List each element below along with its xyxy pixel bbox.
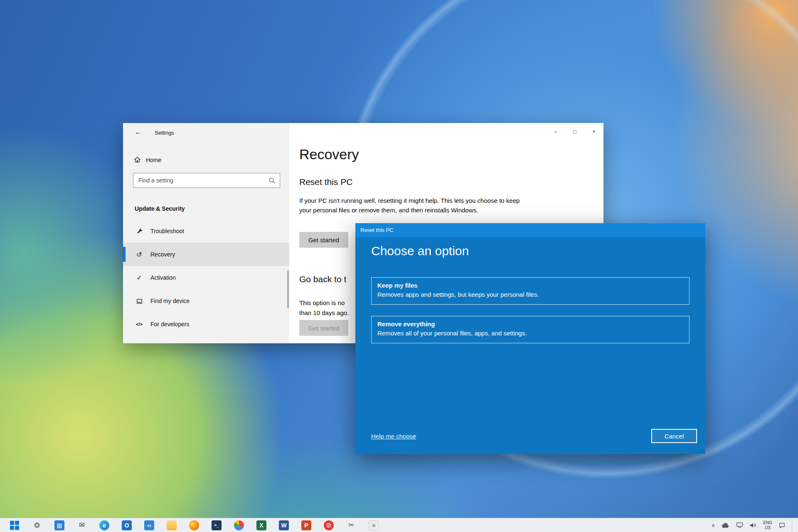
page-title: Recovery <box>299 146 359 163</box>
taskbar-icon-notepad[interactable]: ≡ <box>362 518 385 532</box>
dialog-heading: Choose an option <box>371 244 705 258</box>
recovery-icon: ↺ <box>135 251 144 259</box>
wrench-icon <box>135 228 144 235</box>
taskbar-icon-photos[interactable]: ▨ <box>48 518 71 532</box>
sidebar-item-label: Recovery <box>150 251 175 258</box>
sidebar-item-activation[interactable]: ✓ Activation <box>123 266 289 289</box>
file-explorer-icon <box>167 520 177 530</box>
powerpoint-icon: P <box>301 520 311 530</box>
word-icon: W <box>279 520 289 530</box>
taskbar-icon-settings[interactable]: ⚙ <box>26 518 48 532</box>
reset-this-pc-heading: Reset this PC <box>299 177 352 187</box>
start-button[interactable] <box>3 518 26 532</box>
taskbar-icon-blocked[interactable]: ⊘ <box>318 518 340 532</box>
option-keep-my-files[interactable]: Keep my files Removes apps and settings,… <box>371 277 690 305</box>
onedrive-cloud-icon[interactable] <box>722 522 729 528</box>
sidebar-item-home-label: Home <box>146 157 161 163</box>
option-title: Remove everything <box>377 320 683 328</box>
sidebar-item-home[interactable]: Home <box>134 156 161 163</box>
taskbar-icon-edge[interactable]: e <box>93 518 116 532</box>
minimize-button[interactable]: – <box>546 123 565 140</box>
chrome-icon <box>234 520 244 530</box>
search-input[interactable] <box>133 173 280 187</box>
photos-icon: ▨ <box>54 520 64 530</box>
blocked-icon: ⊘ <box>324 520 334 530</box>
taskbar-icon-file-explorer[interactable] <box>160 518 183 532</box>
go-back-description-line2: than 10 days ago. <box>299 309 349 316</box>
volume-icon[interactable] <box>750 522 756 528</box>
help-me-choose-link[interactable]: Help me choose <box>371 433 416 440</box>
excel-icon: X <box>256 520 266 530</box>
edge-icon: e <box>99 520 109 530</box>
search-icon <box>268 177 276 184</box>
sidebar-section-title: Update & Security <box>135 205 185 212</box>
scissors-icon: ✂ <box>346 520 356 530</box>
settings-gear-icon: ⚙ <box>32 520 42 530</box>
taskbar-icon-chrome[interactable] <box>228 518 250 532</box>
go-back-get-started-button[interactable]: Get started <box>299 320 348 336</box>
checkmark-icon: ✓ <box>135 274 144 282</box>
sidebar-item-recovery[interactable]: ↺ Recovery <box>123 243 289 266</box>
sidebar-item-label: Find my device <box>150 298 190 304</box>
dialog-titlebar: Reset this PC <box>355 223 705 237</box>
go-back-heading: Go back to t <box>299 274 346 284</box>
settings-window-title: Settings <box>155 130 174 136</box>
option-description: Removes all of your personal files, apps… <box>377 330 683 337</box>
option-title: Keep my files <box>377 282 683 289</box>
sidebar-item-for-developers[interactable]: </> For developers <box>123 313 289 336</box>
windows-logo-icon <box>10 521 19 530</box>
taskbar-icon-powershell[interactable]: >_ <box>205 518 228 532</box>
system-tray: ∧ ENG US <box>712 518 794 532</box>
cancel-button[interactable]: Cancel <box>651 429 697 443</box>
taskbar-icon-mail[interactable]: ✉ <box>71 518 93 532</box>
taskbar-icon-snipping-tool[interactable]: ✂ <box>340 518 362 532</box>
taskbar-icon-vscode[interactable]: ‹› <box>138 518 160 532</box>
firefox-icon <box>189 520 199 530</box>
sidebar-nav: Troubleshoot ↺ Recovery ✓ Activation Fin… <box>123 219 289 336</box>
vscode-icon: ‹› <box>144 520 154 530</box>
close-button[interactable]: × <box>584 123 603 140</box>
home-icon <box>134 156 141 163</box>
window-controls: – □ × <box>546 123 603 140</box>
reset-pc-dialog: Reset this PC Choose an option Keep my f… <box>355 223 705 454</box>
network-icon[interactable] <box>736 522 743 528</box>
language-code: ENG <box>763 520 772 525</box>
device-icon <box>135 298 144 305</box>
dialog-footer: Help me choose Cancel <box>371 429 697 443</box>
maximize-button[interactable]: □ <box>565 123 584 140</box>
hidden-icons-chevron-icon[interactable]: ∧ <box>712 522 715 528</box>
reset-this-pc-description: If your PC isn't running well, resetting… <box>299 196 532 215</box>
sidebar-item-label: Troubleshoot <box>150 228 184 234</box>
option-remove-everything[interactable]: Remove everything Removes all of your pe… <box>371 316 690 343</box>
settings-search-box <box>133 173 280 188</box>
language-region: US <box>763 525 772 530</box>
terminal-icon: >_ <box>212 520 222 530</box>
taskbar-icon-outlook[interactable]: O <box>116 518 138 532</box>
reset-get-started-button[interactable]: Get started <box>299 232 348 248</box>
sidebar-scrollbar[interactable] <box>287 270 289 308</box>
go-back-description-line1: This option is no <box>299 299 345 306</box>
sidebar-item-find-my-device[interactable]: Find my device <box>123 289 289 313</box>
mail-icon: ✉ <box>77 520 87 530</box>
code-icon: </> <box>135 322 144 327</box>
taskbar-icon-excel[interactable]: X <box>250 518 273 532</box>
notepad-icon: ≡ <box>369 520 379 530</box>
settings-sidebar: ← Settings Home Update & Security Troubl… <box>123 123 289 343</box>
language-indicator[interactable]: ENG US <box>763 520 772 530</box>
taskbar-icon-powerpoint[interactable]: P <box>295 518 318 532</box>
taskbar-icon-word[interactable]: W <box>273 518 295 532</box>
outlook-icon: O <box>122 520 132 530</box>
taskbar-icon-firefox[interactable] <box>183 518 205 532</box>
taskbar-apps: ⚙ ▨ ✉ e O ‹› >_ X W <box>0 518 385 532</box>
show-desktop-button[interactable] <box>792 518 794 532</box>
sidebar-item-troubleshoot[interactable]: Troubleshoot <box>123 219 289 243</box>
taskbar: ⚙ ▨ ✉ e O ‹› >_ X W <box>0 518 798 532</box>
sidebar-item-label: For developers <box>150 321 189 328</box>
back-button[interactable]: ← <box>135 128 142 136</box>
action-center-icon[interactable] <box>779 522 785 528</box>
sidebar-item-label: Activation <box>150 274 176 281</box>
option-description: Removes apps and settings, but keeps you… <box>377 291 683 298</box>
